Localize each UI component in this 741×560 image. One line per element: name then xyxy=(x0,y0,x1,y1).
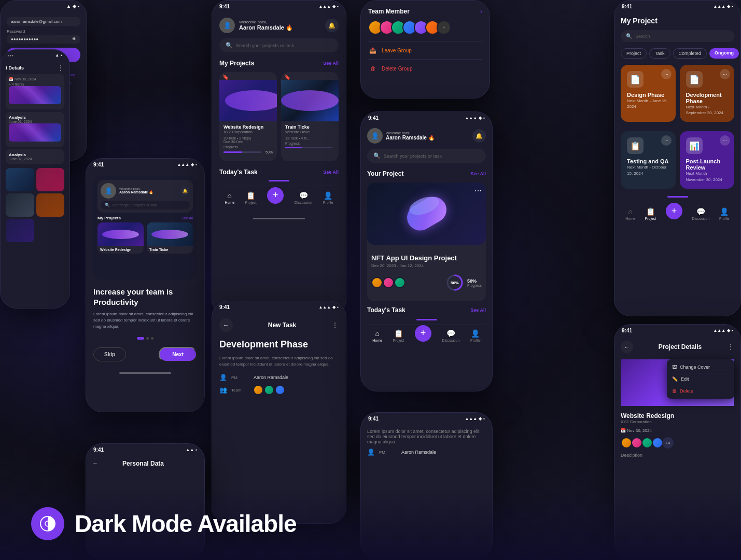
mp-card-postlaunch-icon: 📊 xyxy=(686,137,703,154)
newtask-menu[interactable]: ⋮ xyxy=(331,321,339,329)
mp-card-dev[interactable]: ⋯ 📄 Development Phase Next Month - Septe… xyxy=(680,65,735,122)
mp-card-postlaunch-menu[interactable]: ⋯ xyxy=(720,135,730,146)
mp-card-postlaunch[interactable]: ⋯ 📊 Post-Launch Review Next Month - Nove… xyxy=(680,131,735,188)
mp-card-qa-menu[interactable]: ⋯ xyxy=(661,135,672,146)
team-chevron-icon[interactable]: › xyxy=(480,8,482,15)
personal-time: 9:41 xyxy=(93,447,104,453)
nft-nav-home[interactable]: ⌂ Home xyxy=(372,329,382,342)
more-icon-2[interactable]: ⋯ xyxy=(330,74,335,80)
project-card-1[interactable]: 🔖 ⋯ Website Redesign XYZ Corporation 20 … xyxy=(219,72,277,161)
proj-list-item-3[interactable]: Analysis June 07, 2024 xyxy=(6,149,64,164)
nft-nav-discussion[interactable]: 💬 Discussion xyxy=(442,329,459,342)
nft-team-av3 xyxy=(394,277,406,288)
inner-projects-header: My Projects See All xyxy=(97,216,193,220)
newtask-content: ← New Task ⋮ Development Phase Lorem ips… xyxy=(212,311,346,406)
progress-bg-1 xyxy=(223,151,261,153)
card-meta-2: 13 Task • 4 fil... xyxy=(285,136,334,140)
pd-time: 9:41 xyxy=(622,328,632,333)
card-due-1: Due 30 Dec xyxy=(223,140,273,144)
mp-card-qa[interactable]: ⋯ 📋 Testing and QA Next Month - October … xyxy=(621,131,676,188)
nft-nav-project[interactable]: 📋 Project xyxy=(393,329,404,342)
personal-back[interactable]: ← xyxy=(92,460,99,467)
card-img-1 xyxy=(219,80,277,121)
next-button[interactable]: Next xyxy=(159,347,197,362)
proj-list-item-1[interactable]: 📅 Nov 30, 2024 + 4 file(s) xyxy=(6,74,64,109)
mp-nav-discussion[interactable]: 💬 Discussion xyxy=(692,207,709,220)
nft-discussion-label: Discussion xyxy=(442,339,459,342)
ctx-edit[interactable]: ✏️ Edit xyxy=(672,374,729,384)
nft-bell-icon[interactable]: 🔔 xyxy=(472,129,486,143)
tab-ongoing[interactable]: Ongoing xyxy=(709,48,739,59)
delete-group-item[interactable]: 🗑 Delete Group xyxy=(368,61,482,76)
nft-project-card[interactable]: ⋯ NFT App UI Design Project Dec 20, 2023… xyxy=(367,183,486,301)
mp-card-dev-menu[interactable]: ⋯ xyxy=(720,69,730,79)
inner-card-1[interactable]: Website Redesign xyxy=(97,222,144,254)
nft-nav-profile[interactable]: 👤 Profile xyxy=(470,329,481,342)
action-divider-2 xyxy=(368,59,482,60)
inner-search[interactable]: 🔍 Search your projects or task xyxy=(101,201,190,209)
more-icon-1[interactable]: ⋯ xyxy=(269,74,274,80)
tasks-2: 13 Task xyxy=(285,136,298,140)
inner-card-body-1: Website Redesign xyxy=(97,246,144,254)
eye-icon[interactable]: 👁 xyxy=(72,37,76,41)
task-field-pm: 👤 PM Aaron Ramsdale xyxy=(219,374,339,381)
mp-card-design[interactable]: ⋯ 📄 Design Phase Next Month - June 15, 2… xyxy=(621,65,676,122)
nav-plus-button[interactable]: + xyxy=(267,187,284,204)
mp-nav-home[interactable]: ⌂ Home xyxy=(625,207,635,220)
pd-back-button[interactable]: ← xyxy=(621,341,633,353)
ctx-delete[interactable]: 🗑 Delete xyxy=(672,386,729,396)
leave-group-item[interactable]: 📤 Leave Group xyxy=(368,43,482,58)
nav-home-main[interactable]: ⌂ Home xyxy=(225,191,234,204)
tab-task[interactable]: Task xyxy=(649,48,670,59)
nft-nav-plus[interactable]: + xyxy=(415,325,431,342)
progress-label-2: Progress xyxy=(285,142,300,145)
see-all-tasks[interactable]: See All xyxy=(323,170,339,175)
mp-card-qa-sub: Next Month - October 15, 2024 xyxy=(627,164,669,176)
inner-card-2[interactable]: Train Ticke xyxy=(147,222,193,254)
nav-profile-main[interactable]: 👤 Profile xyxy=(323,191,333,204)
onboard-content: 👤 Welcome back, Aaron Ramsdale 🔥 🔔 🔍 Sea… xyxy=(86,169,204,369)
search-bar-main[interactable]: 🔍 Search your projects or task xyxy=(219,38,339,52)
pd-menu-icon[interactable]: ⋮ xyxy=(727,343,734,351)
inner-seeall[interactable]: See All xyxy=(181,216,193,220)
nft-search-bar[interactable]: 🔍 Search your projects or task xyxy=(367,149,486,163)
battery-icon: ▪ xyxy=(78,4,79,9)
today-task-header: Today's Task See All xyxy=(219,169,339,176)
skip-button[interactable]: Skip xyxy=(93,347,126,361)
img-cell-1 xyxy=(6,168,34,191)
tab-project[interactable]: Project xyxy=(621,48,647,59)
wifi-icon-bt: ◆ xyxy=(479,416,482,421)
search-icon-main: 🔍 xyxy=(226,42,233,49)
ctx-change-cover[interactable]: 🖼 Change Cover xyxy=(672,362,729,372)
tab-completed[interactable]: Completed xyxy=(673,48,707,59)
mp-search-bar[interactable]: 🔍 Search xyxy=(621,30,734,42)
nft-see-all[interactable]: See All xyxy=(470,171,486,176)
battery-icon-main: ▪ xyxy=(337,4,339,9)
inner-cards-row: Website Redesign Train Ticke xyxy=(97,222,193,254)
mp-card-dev-icon: 📄 xyxy=(686,71,703,88)
project-card-2[interactable]: 🔖 ⋯ Train Ticke Website Devel... 13 Task… xyxy=(281,72,339,161)
banner-icon xyxy=(31,507,64,540)
leave-icon: 📤 xyxy=(368,46,378,55)
edit-text: Edit xyxy=(681,376,689,382)
pd-more-badge: +4 xyxy=(662,437,674,449)
nft-card-menu[interactable]: ⋯ xyxy=(474,187,482,195)
proj-menu-icon[interactable]: ⋮ xyxy=(57,64,64,72)
discussion-icon-main: 💬 xyxy=(299,191,308,200)
main-time: 9:41 xyxy=(219,4,230,9)
nav-discussion-main[interactable]: 💬 Discussion xyxy=(295,191,312,204)
mp-nav-plus[interactable]: + xyxy=(666,203,682,219)
password-field[interactable]: ●●●●●●●●●●● 👁 xyxy=(7,35,80,44)
nft-task-seeall[interactable]: See All xyxy=(470,307,486,313)
nft-pct-big: 50% xyxy=(467,278,482,284)
proj-list-item-2[interactable]: Analysis June 01, 2024 xyxy=(6,112,64,147)
nav-project-main[interactable]: 📋 Project xyxy=(245,191,257,204)
mp-nav-project[interactable]: 📋 Project xyxy=(645,207,656,220)
bell-icon-main[interactable]: 🔔 xyxy=(325,19,339,32)
nft-scroll-indicator xyxy=(416,319,437,320)
mp-card-design-menu[interactable]: ⋯ xyxy=(661,69,672,79)
newtask-back[interactable]: ← xyxy=(219,318,233,332)
mp-nav-profile[interactable]: 👤 Profile xyxy=(719,207,730,220)
see-all-projects[interactable]: See All xyxy=(323,61,339,66)
mp-card-dev-title: Development Phase xyxy=(686,92,729,104)
